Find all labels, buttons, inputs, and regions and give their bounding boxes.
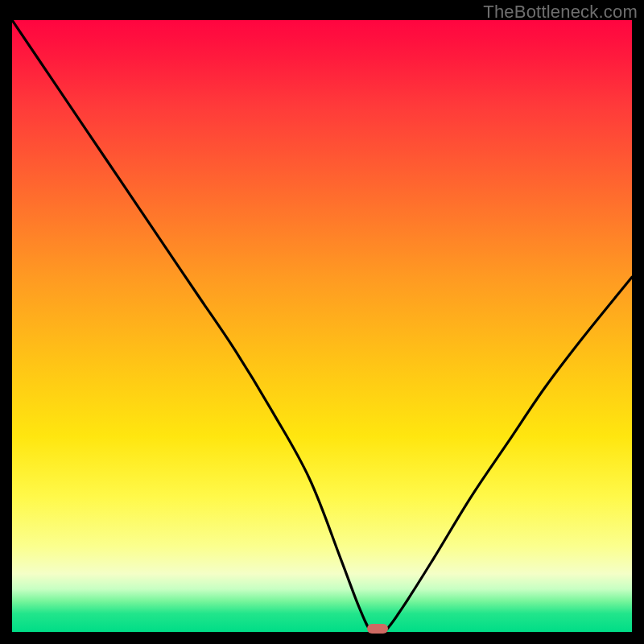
chart-frame: TheBottleneck.com — [0, 0, 644, 644]
plot-outer — [12, 20, 632, 632]
plot-gradient-background — [12, 20, 632, 632]
minimum-marker — [367, 624, 388, 634]
